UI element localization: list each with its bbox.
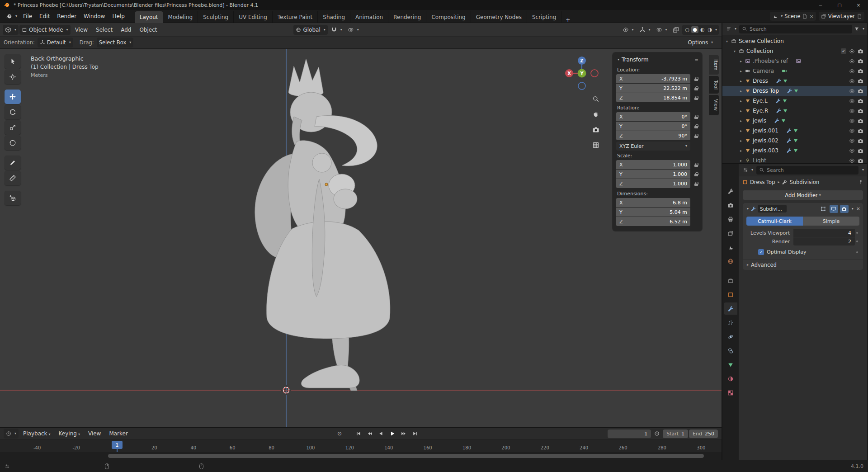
disable-render-icon[interactable]: [858, 128, 863, 134]
expand-icon[interactable]: ▸: [738, 99, 744, 103]
hide-eye-icon[interactable]: [849, 98, 855, 104]
proportional-editing-toggle[interactable]: ▾: [345, 25, 361, 35]
orientation-default-selector[interactable]: Default ▾: [38, 38, 73, 47]
tab-view-layer[interactable]: [724, 227, 737, 239]
hide-eye-icon[interactable]: [849, 58, 855, 64]
menu-view-timeline[interactable]: View: [85, 429, 104, 439]
row-eye-r[interactable]: ▸ Eye.R: [722, 106, 867, 116]
pan-button[interactable]: [590, 109, 602, 120]
close-button[interactable]: ×: [849, 0, 868, 10]
modifier-name-field[interactable]: Subdivi...: [758, 205, 787, 212]
expand-icon[interactable]: ▸: [738, 109, 744, 113]
lock-icon[interactable]: [694, 124, 698, 128]
menu-render[interactable]: Render: [53, 11, 80, 21]
menu-window[interactable]: Window: [80, 11, 108, 21]
expand-icon[interactable]: ▸: [738, 59, 744, 63]
new-scene-icon[interactable]: [802, 14, 807, 19]
dimensions-x-field[interactable]: X6.8 m: [616, 198, 690, 207]
shading-material-button[interactable]: ◐: [699, 26, 706, 33]
workspace-tab-sculpting[interactable]: Sculpting: [198, 11, 234, 23]
row-light[interactable]: ▸ Light: [722, 156, 867, 163]
disable-render-icon[interactable]: [858, 158, 863, 164]
camera-view-button[interactable]: [590, 124, 602, 136]
shading-rendered-button[interactable]: ◑: [706, 26, 713, 33]
hide-eye-icon[interactable]: [849, 128, 855, 134]
expand-icon[interactable]: ▸: [738, 119, 744, 123]
tab-modifiers[interactable]: [724, 302, 737, 315]
expand-icon[interactable]: ▸: [738, 89, 744, 93]
toggle-realtime-display[interactable]: [830, 205, 838, 213]
scale-z-field[interactable]: Z1.000: [616, 179, 690, 188]
outliner-search[interactable]: [739, 25, 852, 33]
toggle-render-display[interactable]: [840, 205, 849, 213]
scrollbar-thumb[interactable]: [108, 454, 704, 458]
row-collection[interactable]: ▾ Collection ✓: [722, 46, 867, 56]
tab-constraints[interactable]: [724, 345, 737, 357]
tab-render[interactable]: [724, 199, 737, 211]
options-dropdown[interactable]: Options ▾: [686, 38, 715, 47]
lock-icon[interactable]: [694, 134, 698, 138]
workspace-tab-compositing[interactable]: Compositing: [426, 11, 471, 23]
disable-render-icon[interactable]: [858, 58, 863, 64]
optimal-display-checkbox[interactable]: ✓: [758, 249, 764, 255]
hide-eye-icon[interactable]: [849, 48, 855, 54]
tab-particles[interactable]: [724, 316, 737, 329]
new-viewlayer-icon[interactable]: [857, 14, 862, 19]
properties-search[interactable]: [756, 166, 859, 175]
levels-viewport-field[interactable]: 4: [793, 229, 855, 237]
scene-selector[interactable]: ▾ Scene ×: [770, 12, 816, 21]
hide-eye-icon[interactable]: [849, 158, 855, 164]
expand-icon[interactable]: ▾: [732, 49, 737, 53]
timeline-ruler[interactable]: -40-202040608010012014016018020022024026…: [0, 440, 722, 452]
jump-to-end-button[interactable]: [410, 429, 420, 438]
transform-orientation-selector[interactable]: Global ▾: [293, 25, 327, 35]
frame-end-field[interactable]: End250: [689, 430, 718, 438]
use-preview-range-button[interactable]: [652, 429, 662, 438]
hide-eye-icon[interactable]: [849, 68, 855, 74]
location-y-field[interactable]: Y22.522 m: [616, 84, 690, 93]
navigation-gizmo[interactable]: Z X Y: [564, 55, 600, 91]
jump-to-start-button[interactable]: [354, 429, 363, 438]
dimensions-z-field[interactable]: Z6.52 m: [616, 217, 690, 226]
playhead[interactable]: 1: [112, 441, 123, 449]
shading-solid-button[interactable]: ●: [691, 26, 698, 33]
expand-icon[interactable]: ▸: [738, 159, 744, 163]
workspace-tab-rendering[interactable]: Rendering: [388, 11, 426, 23]
workspace-tab-texture-paint[interactable]: Texture Paint: [273, 11, 318, 23]
tool-transform[interactable]: [5, 136, 21, 150]
scale-x-field[interactable]: X1.000: [616, 160, 690, 169]
disable-render-icon[interactable]: [858, 138, 863, 144]
overlays-dropdown[interactable]: ▾: [654, 25, 670, 35]
gizmos-dropdown[interactable]: ▾: [637, 25, 653, 35]
delete-modifier-button[interactable]: ×: [856, 206, 860, 212]
ortho-toggle-button[interactable]: [590, 139, 602, 151]
expand-icon[interactable]: ▾: [724, 39, 730, 43]
hide-eye-icon[interactable]: [849, 108, 855, 114]
tool-select-box[interactable]: [5, 54, 21, 69]
toggle-edit-mode-display[interactable]: [819, 205, 828, 213]
expand-icon[interactable]: ▸: [738, 69, 744, 73]
workspace-tab-uv-editing[interactable]: UV Editing: [234, 11, 273, 23]
pin-icon[interactable]: [858, 179, 863, 185]
disable-render-icon[interactable]: [858, 48, 863, 54]
unlink-scene-icon[interactable]: ×: [809, 14, 813, 19]
tool-scale[interactable]: [5, 120, 21, 135]
workspace-tab-geometry-nodes[interactable]: Geometry Nodes: [471, 11, 527, 23]
menu-file[interactable]: File: [19, 11, 36, 21]
editor-type-button[interactable]: ▾: [3, 25, 19, 35]
tool-measure[interactable]: [5, 171, 21, 185]
lock-icon[interactable]: [694, 86, 698, 90]
tab-object[interactable]: [724, 288, 737, 301]
row-jewls-003[interactable]: ▸ jewls.003: [722, 146, 867, 156]
zoom-button[interactable]: [590, 93, 602, 105]
collapse-icon[interactable]: ▾: [618, 58, 619, 61]
row-camera[interactable]: ▸ Camera: [722, 66, 867, 76]
disable-render-icon[interactable]: [858, 78, 863, 84]
tab-object-data[interactable]: [724, 359, 737, 371]
add-workspace-button[interactable]: +: [561, 17, 574, 23]
hide-eye-icon[interactable]: [849, 118, 855, 124]
shading-wireframe-button[interactable]: ○: [684, 26, 691, 33]
row-eye-l[interactable]: ▸ Eye.L: [722, 96, 867, 106]
tool-annotate[interactable]: [5, 156, 21, 170]
frame-start-field[interactable]: Start1: [663, 430, 688, 438]
